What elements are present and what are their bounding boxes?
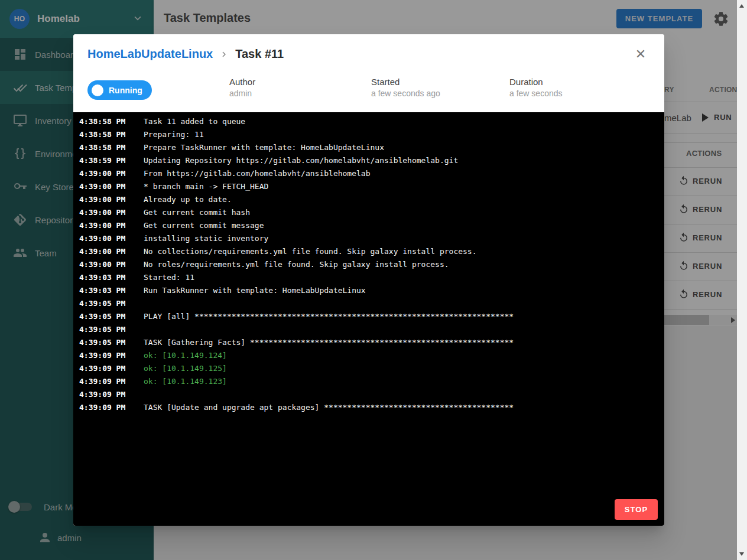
log-line: 4:39:09 PMTASK [Update and upgrade apt p… [73, 401, 664, 414]
log-line: 4:39:03 PMStarted: 11 [73, 271, 664, 284]
log-line: 4:38:58 PMPrepare TaskRunner with templa… [73, 141, 664, 154]
meta-started-value: a few seconds ago [371, 89, 440, 98]
chevron-right-icon [219, 49, 229, 60]
log-line: 4:38:58 PMPreparing: 11 [73, 128, 664, 141]
log-line: 4:39:05 PMPLAY [all] *******************… [73, 310, 664, 323]
log-line: 4:39:09 PM [73, 388, 664, 401]
log-line: 4:39:00 PMNo collections/requirements.ym… [73, 245, 664, 258]
log-line: 4:39:05 PMTASK [Gathering Facts] *******… [73, 336, 664, 349]
breadcrumb: HomeLabUpdateLinux Task #11 [87, 47, 284, 61]
task-dialog-header: HomeLabUpdateLinux Task #11 ✕ Running Au… [73, 34, 664, 112]
log-line: 4:38:58 PMTask 11 added to queue [73, 115, 664, 128]
meta-duration-value: a few seconds [509, 89, 563, 98]
status-label: Running [109, 86, 142, 95]
screen: HO Homelab Dashboard Task Templates Inve… [0, 0, 747, 560]
log-line: 4:39:00 PMinstalling static inventory [73, 232, 664, 245]
breadcrumb-task-title: Task #11 [235, 47, 284, 61]
meta-started: Started a few seconds ago [371, 77, 440, 98]
task-dialog: HomeLabUpdateLinux Task #11 ✕ Running Au… [73, 34, 664, 526]
log-line: 4:39:00 PMGet current commit message [73, 219, 664, 232]
task-log[interactable]: 4:38:58 PMTask 11 added to queue4:38:58 … [73, 112, 664, 526]
log-line: 4:39:05 PM [73, 297, 664, 310]
log-line: 4:39:09 PMok: [10.1.149.123] [73, 375, 664, 388]
vertical-scrollbar[interactable] [737, 0, 747, 560]
scroll-down-arrow-icon[interactable] [739, 552, 744, 556]
log-line: 4:39:00 PMNo roles/requirements.yml file… [73, 258, 664, 271]
meta-duration: Duration a few seconds [509, 77, 563, 98]
running-spinner-icon [92, 84, 103, 96]
meta-author-label: Author [229, 77, 255, 87]
scroll-up-arrow-icon[interactable] [739, 4, 744, 8]
log-line: 4:39:09 PMok: [10.1.149.124] [73, 349, 664, 362]
meta-author-value: admin [229, 89, 255, 98]
log-line: 4:39:09 PMok: [10.1.149.125] [73, 362, 664, 375]
status-badge: Running [87, 80, 152, 100]
stop-button[interactable]: STOP [615, 499, 658, 520]
meta-duration-label: Duration [509, 77, 563, 87]
log-line: 4:39:00 PMFrom https://gitlab.com/homela… [73, 167, 664, 180]
breadcrumb-template-link[interactable]: HomeLabUpdateLinux [87, 47, 213, 61]
meta-author: Author admin [229, 77, 255, 98]
log-line: 4:39:00 PMAlready up to date. [73, 193, 664, 206]
log-line: 4:39:00 PM* branch main -> FETCH_HEAD [73, 180, 664, 193]
meta-started-label: Started [371, 77, 440, 87]
close-icon[interactable]: ✕ [634, 47, 648, 61]
log-line: 4:39:00 PMGet current commit hash [73, 206, 664, 219]
log-line: 4:38:59 PMUpdating Repository https://gi… [73, 154, 664, 167]
log-line: 4:39:05 PM [73, 323, 664, 336]
log-line: 4:39:03 PMRun TaskRunner with template: … [73, 284, 664, 297]
